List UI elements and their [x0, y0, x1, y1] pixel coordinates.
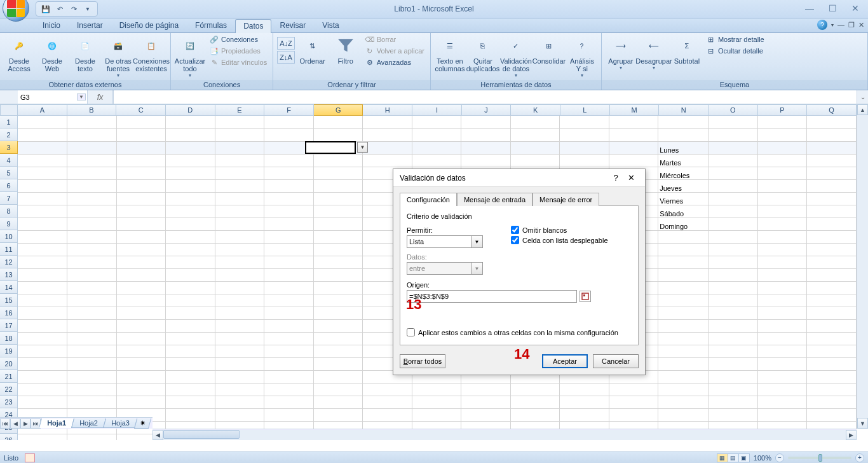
cell-E13[interactable] — [215, 268, 264, 281]
horizontal-scrollbar[interactable]: ◀ ▶ — [153, 429, 857, 440]
row-header-11[interactable]: 11 — [0, 243, 18, 256]
cell-L23[interactable] — [560, 396, 609, 408]
cell-I2[interactable] — [412, 128, 461, 141]
cell-Q1[interactable] — [807, 116, 857, 128]
cell-N14[interactable] — [658, 281, 709, 294]
cell-A16[interactable] — [18, 307, 67, 319]
column-header-C[interactable]: C — [116, 104, 166, 116]
cell-B3[interactable] — [67, 141, 117, 154]
cell-Q18[interactable] — [807, 332, 857, 345]
cell-O1[interactable] — [709, 116, 758, 128]
reapply-button[interactable]: ↻Volver a aplicar — [363, 46, 426, 56]
column-header-M[interactable]: M — [610, 104, 660, 116]
tab-insertar[interactable]: Insertar — [69, 18, 111, 32]
cell-K24[interactable] — [510, 408, 560, 421]
cell-G3[interactable] — [313, 141, 363, 154]
cell-A11[interactable] — [18, 243, 67, 256]
cell-H23[interactable] — [363, 396, 412, 408]
cell-O7[interactable] — [709, 192, 758, 205]
cell-Q14[interactable] — [807, 281, 857, 294]
cell-E7[interactable] — [215, 192, 264, 205]
column-header-K[interactable]: K — [511, 104, 560, 116]
cell-P14[interactable] — [757, 281, 807, 294]
cell-D23[interactable] — [166, 396, 215, 408]
cell-N5[interactable]: Miércoles — [658, 167, 709, 179]
cell-E1[interactable] — [215, 116, 264, 128]
cell-N17[interactable] — [658, 319, 709, 332]
cell-A19[interactable] — [18, 345, 67, 357]
page-break-view-button[interactable]: ▣ — [738, 453, 750, 462]
cell-Q8[interactable] — [807, 205, 857, 218]
dialog-tab-error-alert[interactable]: Mensaje de error — [532, 193, 599, 206]
cell-N21[interactable] — [658, 370, 709, 383]
cell-G24[interactable] — [313, 408, 363, 421]
tab-inicio[interactable]: Inicio — [34, 18, 69, 32]
page-layout-view-button[interactable]: ▤ — [728, 453, 739, 462]
row-header-4[interactable]: 4 — [0, 154, 18, 167]
cell-E17[interactable] — [215, 319, 264, 332]
cell-E21[interactable] — [215, 370, 264, 383]
cell-D6[interactable] — [166, 179, 215, 192]
cell-A17[interactable] — [18, 319, 67, 332]
cell-Q7[interactable] — [807, 192, 857, 205]
cell-H22[interactable] — [363, 383, 412, 396]
cell-A7[interactable] — [18, 192, 67, 205]
from-text-button[interactable]: 📄Desde texto — [70, 34, 100, 74]
sheet-nav-next-icon[interactable]: ▶ — [20, 418, 31, 429]
cell-O14[interactable] — [709, 281, 758, 294]
column-header-E[interactable]: E — [215, 104, 265, 116]
row-header-7[interactable]: 7 — [0, 192, 18, 205]
cell-J4[interactable] — [461, 154, 511, 167]
macro-record-icon[interactable] — [25, 453, 35, 462]
properties-button[interactable]: 📑Propiedades — [208, 46, 269, 56]
cell-F13[interactable] — [264, 268, 314, 281]
cell-P17[interactable] — [757, 319, 807, 332]
cell-J23[interactable] — [461, 396, 511, 408]
cell-A23[interactable] — [18, 396, 67, 408]
cell-F2[interactable] — [264, 128, 314, 141]
cell-P10[interactable] — [757, 230, 807, 243]
cell-B26[interactable] — [67, 434, 117, 440]
row-header-9[interactable]: 9 — [0, 218, 18, 230]
name-box[interactable]: G3 ▼ — [18, 90, 88, 104]
cell-I3[interactable] — [412, 141, 461, 154]
cell-O11[interactable] — [709, 243, 758, 256]
cell-C1[interactable] — [116, 116, 166, 128]
cell-F22[interactable] — [264, 383, 314, 396]
cell-C18[interactable] — [116, 332, 166, 345]
expand-formula-bar-icon[interactable]: ⌄ — [857, 90, 868, 104]
cell-P1[interactable] — [757, 116, 807, 128]
cell-C20[interactable] — [116, 357, 166, 370]
cell-D4[interactable] — [166, 154, 215, 167]
cell-O12[interactable] — [709, 256, 758, 268]
cell-C12[interactable] — [116, 256, 166, 268]
cell-N12[interactable] — [658, 256, 709, 268]
column-header-Q[interactable]: Q — [807, 104, 857, 116]
subtotal-button[interactable]: ΣSubtotal — [672, 34, 702, 66]
cell-F16[interactable] — [264, 307, 314, 319]
cell-D3[interactable] — [166, 141, 215, 154]
cell-Q16[interactable] — [807, 307, 857, 319]
cell-G12[interactable] — [313, 256, 363, 268]
cell-N4[interactable]: Martes — [658, 154, 709, 167]
allow-select[interactable]: Lista▼ — [407, 235, 483, 248]
cell-M22[interactable] — [609, 383, 658, 396]
row-header-6[interactable]: 6 — [0, 179, 18, 192]
dialog-tab-configuration[interactable]: Configuración — [400, 193, 457, 206]
cell-F4[interactable] — [264, 154, 314, 167]
data-validation-button[interactable]: ✓Validación de datos — [501, 34, 531, 79]
minimize-button[interactable]: — — [801, 3, 818, 14]
cell-O6[interactable] — [709, 179, 758, 192]
cell-F9[interactable] — [264, 218, 314, 230]
cell-F1[interactable] — [264, 116, 314, 128]
cell-C13[interactable] — [116, 268, 166, 281]
cell-H3[interactable] — [363, 141, 412, 154]
cell-A5[interactable] — [18, 167, 67, 179]
column-header-D[interactable]: D — [166, 104, 215, 116]
zoom-in-button[interactable]: + — [855, 453, 864, 462]
cell-K22[interactable] — [510, 383, 560, 396]
dialog-tab-input-message[interactable]: Mensaje de entrada — [457, 193, 532, 206]
cell-A14[interactable] — [18, 281, 67, 294]
cell-Q5[interactable] — [807, 167, 857, 179]
cell-O23[interactable] — [709, 396, 758, 408]
